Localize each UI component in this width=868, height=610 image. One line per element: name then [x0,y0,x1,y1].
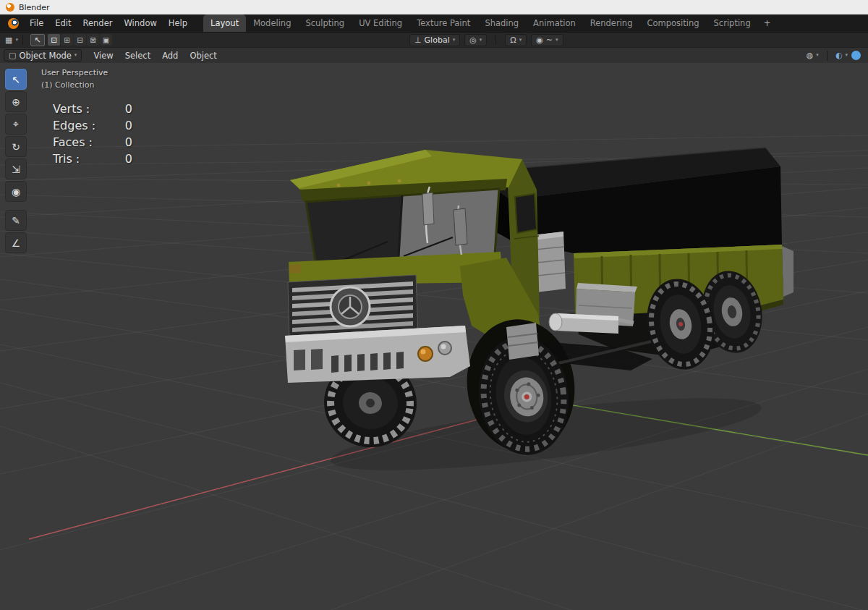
stat-tris: Tris : 0 [53,151,132,167]
view-perspective-label: User Perspective [41,68,108,77]
collection-label: (1) Collection [41,80,108,90]
show-overlays-dropdown[interactable]: ◍ ▾ [807,51,819,59]
tool-annotate[interactable]: ✎ [5,210,27,231]
chevron-down-icon: ▾ [15,38,18,43]
tab-compositing[interactable]: Compositing [639,14,706,32]
transform-settings: ⊥ Global ▾ ◎ ▾ Ω ▾ ◉ ~ ▾ [409,34,563,46]
select-mode-subtract-button[interactable]: ⊟ [74,34,86,46]
select-mode-options: ⊡ ⊞ ⊟ ⊠ ▣ [48,34,112,46]
tab-modeling[interactable]: Modeling [246,14,298,32]
object-mode-icon: ▢ [9,51,16,59]
stat-edges-label: Edges : [53,117,103,134]
stat-edges: Edges : 0 [53,117,132,134]
separator [495,35,496,45]
tab-layout[interactable]: Layout [203,14,246,32]
chevron-down-icon: ▾ [556,38,558,43]
measure-icon: ∠ [12,237,21,249]
stat-faces-value: 0 [103,134,132,151]
tool-select-box[interactable]: ↖ [5,69,27,90]
viewport-header-right: ◍ ▾ ◐ ▾ [807,51,864,61]
menu-view[interactable]: View [88,51,119,61]
window-titlebar: Blender [0,0,868,14]
menu-select[interactable]: Select [119,51,156,61]
scale-icon: ⇲ [12,164,20,175]
separator [22,35,23,45]
viewport-header: ▢ Object Mode ▾ View Select Add Object ◍… [0,47,868,63]
viewport-3d[interactable]: ↖ ⊕ ⌖ ↻ ⇲ ◉ ✎ ∠ User Perspective (1) Col… [0,63,868,610]
stat-verts-value: 0 [103,101,132,117]
move-icon: ⌖ [13,118,19,130]
workspace-tabs: Layout Modeling Sculpting UV Editing Tex… [203,14,776,32]
menu-window[interactable]: Window [118,14,162,32]
tool-cursor[interactable]: ⊕ [5,91,27,112]
select-box-icon: ↖ [12,74,20,85]
viewport-menus: View Select Add Object [88,51,223,61]
tool-scale[interactable]: ⇲ [5,158,27,179]
editor-type-icon: ▦ [5,36,12,44]
mode-dropdown[interactable]: ▢ Object Mode ▾ [4,49,82,62]
falloff-curve-icon: ~ [546,36,553,44]
tab-shading[interactable]: Shading [477,14,526,32]
menu-file[interactable]: File [24,14,49,32]
stat-faces-label: Faces : [53,134,103,151]
stat-edges-value: 0 [103,117,132,134]
snap-toggle-button[interactable]: Ω ▾ [505,34,527,46]
proportional-editing-dropdown[interactable]: ◉ ~ ▾ [531,34,563,46]
tool-move[interactable]: ⌖ [5,114,27,135]
orientation-icon: ⊥ [414,36,422,44]
stat-tris-value: 0 [103,151,132,167]
pivot-point-icon: ◎ [469,36,477,44]
select-mode-invert-button[interactable]: ⊠ [87,34,99,46]
editor-type-dropdown[interactable]: ▦ ▾ [5,36,18,44]
magnet-icon: Ω [510,36,516,44]
select-mode-intersect-button[interactable]: ▣ [100,34,112,46]
annotate-icon: ✎ [12,215,20,226]
active-tool-icon: ↖ [34,35,41,45]
truck-model [285,148,793,485]
menu-help[interactable]: Help [163,14,193,32]
tool-settings-bar: ▦ ▾ ↖ ⊡ ⊞ ⊟ ⊠ ▣ ⊥ Global ▾ ◎ ▾ Ω ▾ ◉ ~ ▾ [0,32,868,47]
menu-add[interactable]: Add [156,51,184,61]
menu-edit[interactable]: Edit [49,14,77,32]
rotate-icon: ↻ [12,141,20,153]
shading-rendered-icon[interactable] [851,51,861,60]
mode-label: Object Mode [19,51,71,61]
blender-menu-button[interactable] [3,14,24,32]
select-mode-new-button[interactable]: ⊡ [48,34,60,46]
tool-transform[interactable]: ◉ [5,181,27,202]
tab-uv-editing[interactable]: UV Editing [352,14,409,32]
overlays-icon: ◍ [807,51,814,59]
tab-rendering[interactable]: Rendering [583,14,640,32]
toolbar-gap [5,203,27,210]
select-mode-extend-button[interactable]: ⊞ [61,34,73,46]
cursor-icon: ⊕ [12,96,20,108]
menu-render[interactable]: Render [77,14,119,32]
tool-rotate[interactable]: ↻ [5,136,27,157]
stat-faces: Faces : 0 [53,134,132,151]
tab-scripting[interactable]: Scripting [707,14,758,32]
view-info: User Perspective (1) Collection [41,68,108,90]
stat-tris-label: Tris : [53,151,103,167]
statistics-overlay: Verts : 0 Edges : 0 Faces : 0 Tris : 0 [53,101,132,167]
chevron-down-icon: ▾ [816,53,819,58]
separator [827,51,827,61]
shading-mode-dropdown[interactable]: ◐ ▾ [835,51,848,59]
shading-sphere-icon: ◐ [835,51,843,59]
tab-animation[interactable]: Animation [526,14,583,32]
tab-texture-paint[interactable]: Texture Paint [409,14,477,32]
stat-verts-label: Verts : [53,101,103,117]
transform-icon: ◉ [12,186,20,198]
menu-object[interactable]: Object [184,51,222,61]
chevron-down-icon: ▾ [453,38,456,43]
chevron-down-icon: ▾ [845,53,848,58]
active-tool-button[interactable]: ↖ [30,34,45,46]
tab-sculpting[interactable]: Sculpting [298,14,352,32]
transform-orientation-dropdown[interactable]: ⊥ Global ▾ [409,34,460,46]
pivot-point-dropdown[interactable]: ◎ ▾ [464,34,487,46]
chevron-down-icon: ▾ [480,38,482,43]
orientation-label: Global [425,35,450,45]
stat-verts: Verts : 0 [53,101,132,117]
tool-measure[interactable]: ∠ [5,232,27,253]
window-title: Blender [19,3,50,12]
add-workspace-button[interactable]: + [758,14,777,32]
